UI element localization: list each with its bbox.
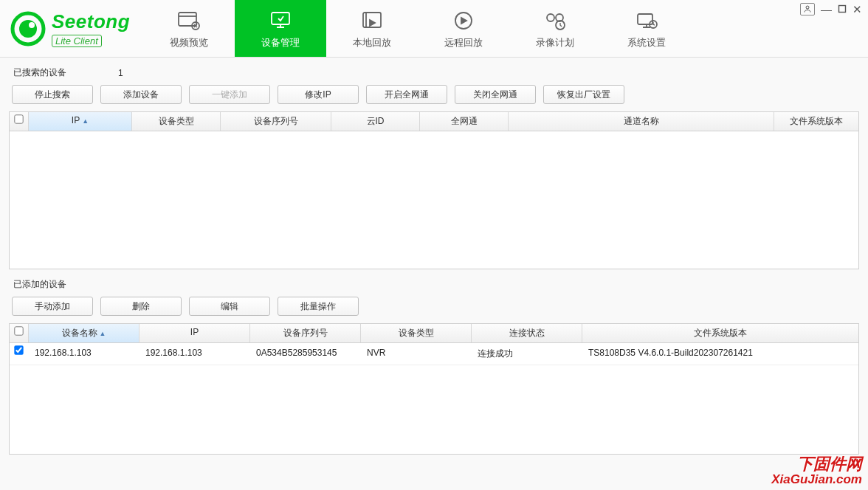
nav-label: 设备管理 [261, 36, 300, 49]
minimize-icon[interactable]: — [821, 4, 832, 15]
cell-type: NVR [361, 343, 472, 365]
svg-point-10 [547, 14, 554, 21]
col-serial[interactable]: 设备序列号 [250, 324, 361, 342]
searched-section: 已搜索的设备 1 停止搜索 添加设备 一键添加 修改IP 开启全网通 关闭全网通… [0, 58, 868, 269]
nav-label: 录像计划 [536, 36, 574, 49]
svg-rect-5 [179, 13, 196, 26]
searched-count: 1 [118, 68, 123, 78]
record-plan-icon [542, 8, 568, 33]
nav-record-plan[interactable]: 录像计划 [509, 0, 601, 57]
row-checkbox[interactable] [10, 343, 29, 365]
video-preview-icon [176, 8, 202, 33]
col-allnet[interactable]: 全网通 [420, 112, 509, 131]
brand-sub: Lite Client [52, 35, 102, 47]
select-all-checkbox[interactable] [10, 324, 29, 342]
cell-device-name: 192.168.1.103 [29, 343, 140, 365]
col-device-type[interactable]: 设备类型 [361, 324, 472, 342]
main-nav: 视频预览 设备管理 本地回放 远程回放 录像计划 [143, 0, 692, 57]
cell-firmware: TS8108D35 V4.6.0.1-Build202307261421 [582, 343, 858, 365]
col-serial[interactable]: 设备序列号 [221, 112, 331, 131]
added-grid-body: 192.168.1.103 192.168.1.103 0A534B528595… [10, 343, 858, 454]
nav-system-settings[interactable]: 系统设置 [601, 0, 692, 57]
added-section: 已添加的设备 手动添加 删除 编辑 批量操作 设备名称▲ IP 设备序列号 设备… [0, 269, 868, 455]
col-ip[interactable]: IP▲ [29, 112, 132, 131]
watermark: 下固件网 XiaGuJian.com [771, 455, 862, 487]
col-firmware[interactable]: 文件系统版本 [582, 324, 858, 342]
svg-point-4 [29, 22, 35, 28]
svg-rect-1 [839, 6, 846, 13]
app-header: Seetong Lite Client 视频预览 设备管理 本地回放 [0, 0, 868, 58]
stop-search-button[interactable]: 停止搜索 [12, 85, 93, 104]
close-icon[interactable]: ✕ [852, 4, 862, 15]
device-management-icon [268, 8, 293, 33]
edit-button[interactable]: 编辑 [189, 297, 270, 316]
sort-asc-icon: ▲ [100, 330, 106, 337]
svg-point-0 [806, 6, 809, 9]
system-settings-icon [634, 8, 659, 33]
col-firmware[interactable]: 文件系统版本 [774, 112, 858, 131]
watermark-cn: 下固件网 [771, 455, 862, 473]
close-allnet-button[interactable]: 关闭全网通 [455, 85, 536, 104]
col-conn-status[interactable]: 连接状态 [472, 324, 582, 342]
watermark-en: XiaGuJian.com [771, 473, 862, 487]
manual-add-button[interactable]: 手动添加 [12, 297, 93, 316]
delete-button[interactable]: 删除 [100, 297, 182, 316]
searched-grid-body [10, 131, 858, 269]
nav-device-management[interactable]: 设备管理 [235, 0, 326, 57]
col-device-name[interactable]: 设备名称▲ [29, 324, 140, 342]
open-allnet-button[interactable]: 开启全网通 [366, 85, 447, 104]
col-cloud-id[interactable]: 云ID [331, 112, 420, 131]
modify-ip-button[interactable]: 修改IP [278, 85, 359, 104]
searched-grid: IP▲ 设备类型 设备序列号 云ID 全网通 通道名称 文件系统版本 [9, 111, 859, 269]
nav-label: 本地回放 [353, 36, 391, 49]
nav-remote-playback[interactable]: 远程回放 [418, 0, 509, 57]
svg-point-3 [19, 20, 37, 38]
brand-name: Seetong [52, 10, 130, 33]
cell-serial: 0A534B5285953145 [250, 343, 361, 365]
nav-local-playback[interactable]: 本地回放 [326, 0, 418, 57]
cell-status: 连接成功 [472, 343, 582, 365]
user-icon[interactable] [800, 3, 815, 15]
add-device-button[interactable]: 添加设备 [100, 85, 182, 104]
col-ip[interactable]: IP [140, 324, 250, 342]
nav-label: 远程回放 [444, 36, 483, 49]
sort-asc-icon: ▲ [82, 117, 89, 125]
select-all-checkbox[interactable] [10, 112, 29, 131]
logo: Seetong Lite Client [0, 0, 143, 57]
local-playback-icon [359, 8, 385, 33]
searched-title: 已搜索的设备 [13, 66, 66, 79]
col-device-type[interactable]: 设备类型 [132, 112, 221, 131]
restore-factory-button[interactable]: 恢复出厂设置 [543, 85, 624, 104]
nav-label: 系统设置 [627, 36, 666, 49]
nav-label: 视频预览 [170, 36, 208, 49]
cell-ip: 192.168.1.103 [140, 343, 250, 365]
added-grid: 设备名称▲ IP 设备序列号 设备类型 连接状态 文件系统版本 192.168.… [9, 323, 859, 455]
added-title: 已添加的设备 [13, 278, 66, 291]
one-click-add-button[interactable]: 一键添加 [189, 85, 270, 104]
svg-rect-7 [272, 13, 289, 24]
col-channel-name[interactable]: 通道名称 [509, 112, 774, 131]
maximize-icon[interactable] [838, 4, 847, 15]
remote-playback-icon [451, 8, 476, 33]
nav-video-preview[interactable]: 视频预览 [143, 0, 235, 57]
batch-button[interactable]: 批量操作 [278, 297, 359, 316]
table-row[interactable]: 192.168.1.103 192.168.1.103 0A534B528595… [10, 343, 858, 365]
